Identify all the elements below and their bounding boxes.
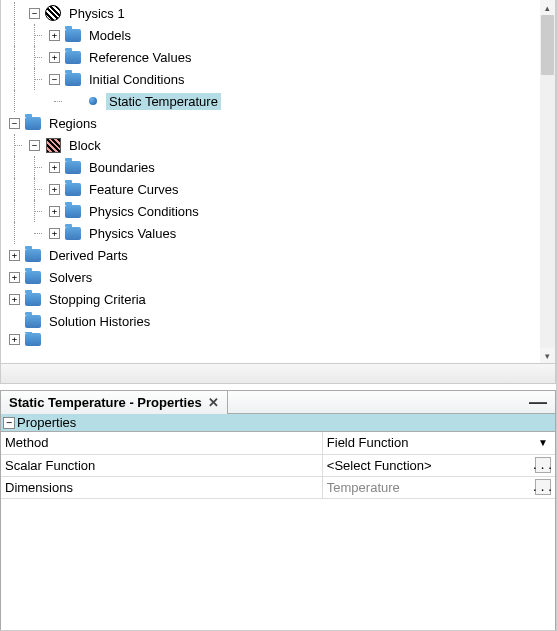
tree-item-static-temperature[interactable]: Static Temperature [5, 90, 555, 112]
tree-label: Stopping Criteria [46, 291, 149, 308]
collapse-toggle-icon[interactable]: − [3, 417, 15, 429]
folder-icon [24, 332, 42, 346]
properties-tab[interactable]: Static Temperature - Properties ✕ [1, 391, 228, 414]
tree-item-physics-conditions[interactable]: + Physics Conditions [5, 200, 555, 222]
properties-empty-area [1, 499, 555, 632]
vertical-scrollbar[interactable]: ▴ ▾ [540, 0, 555, 363]
expand-none [9, 316, 20, 327]
tree-label: Physics Values [86, 225, 179, 242]
tree-item-models[interactable]: + Models [5, 24, 555, 46]
tree-label: Solution Histories [46, 313, 153, 330]
tree-item-cutoff[interactable]: + [5, 332, 555, 346]
tree-label: Boundaries [86, 159, 158, 176]
folder-icon [24, 268, 42, 286]
minimize-button[interactable]: — [525, 397, 551, 407]
tree-item-block[interactable]: − Block [5, 134, 555, 156]
bullet-icon [84, 92, 102, 110]
properties-tabbar: Static Temperature - Properties ✕ — [1, 391, 555, 414]
tree-item-physics1[interactable]: − Physics 1 [5, 2, 555, 24]
folder-icon [24, 114, 42, 132]
tree-item-physics-values[interactable]: + Physics Values [5, 222, 555, 244]
scroll-up-icon[interactable]: ▴ [540, 0, 555, 15]
expand-toggle-icon[interactable]: − [49, 74, 60, 85]
property-row-method: Method Field Function ▼ [1, 432, 555, 454]
dimensions-picker[interactable]: Temperature ... [327, 479, 551, 495]
expand-toggle-icon[interactable]: + [49, 228, 60, 239]
folder-icon [64, 180, 82, 198]
folder-icon [64, 26, 82, 44]
tree-label: Initial Conditions [86, 71, 187, 88]
folder-icon [64, 224, 82, 242]
property-value: <Select Function> [327, 458, 432, 473]
ellipsis-button[interactable]: ... [535, 479, 551, 495]
tab-title: Static Temperature - Properties [9, 395, 202, 410]
folder-icon [24, 312, 42, 330]
scalar-function-picker[interactable]: <Select Function> ... [327, 457, 551, 473]
tree-label: Block [66, 137, 104, 154]
close-icon[interactable]: ✕ [206, 395, 221, 410]
tree-label: Derived Parts [46, 247, 131, 264]
tree-item-reference-values[interactable]: + Reference Values [5, 46, 555, 68]
folder-icon [64, 48, 82, 66]
expand-toggle-icon[interactable]: − [29, 140, 40, 151]
expand-toggle-icon[interactable]: + [49, 206, 60, 217]
hatch-square-icon [44, 136, 62, 154]
tree-item-regions[interactable]: − Regions [5, 112, 555, 134]
tree-item-stopping-criteria[interactable]: + Stopping Criteria [5, 288, 555, 310]
expand-toggle-icon[interactable]: + [9, 294, 20, 305]
tree-label: Models [86, 27, 134, 44]
folder-icon [64, 202, 82, 220]
expand-toggle-icon[interactable]: + [49, 184, 60, 195]
scroll-thumb[interactable] [541, 15, 554, 75]
hatch-circle-icon [44, 4, 62, 22]
tree-item-solution-histories[interactable]: Solution Histories [5, 310, 555, 332]
expand-toggle-icon[interactable]: + [49, 30, 60, 41]
folder-icon [24, 290, 42, 308]
folder-icon [64, 70, 82, 88]
group-title: Properties [17, 415, 76, 430]
property-name: Scalar Function [1, 454, 322, 476]
tree-label: Physics Conditions [86, 203, 202, 220]
property-value: Temperature [327, 480, 400, 495]
tree-label-selected: Static Temperature [106, 93, 221, 110]
tree-panel: − Physics 1 + Models + Reference Values [0, 0, 556, 384]
expand-toggle-icon[interactable]: + [9, 272, 20, 283]
properties-table: Method Field Function ▼ Scalar Function … [1, 432, 555, 499]
folder-icon [24, 246, 42, 264]
simulation-tree: − Physics 1 + Models + Reference Values [1, 0, 555, 346]
property-row-scalar-function: Scalar Function <Select Function> ... [1, 454, 555, 476]
tree-label: Solvers [46, 269, 95, 286]
tree-item-solvers[interactable]: + Solvers [5, 266, 555, 288]
ellipsis-button[interactable]: ... [535, 457, 551, 473]
tree-item-derived-parts[interactable]: + Derived Parts [5, 244, 555, 266]
tree-item-feature-curves[interactable]: + Feature Curves [5, 178, 555, 200]
expand-toggle-icon[interactable]: + [49, 52, 60, 63]
tree-label: Reference Values [86, 49, 194, 66]
tree-label: Physics 1 [66, 5, 128, 22]
property-row-dimensions: Dimensions Temperature ... [1, 476, 555, 498]
property-name: Method [1, 432, 322, 454]
chevron-down-icon[interactable]: ▼ [535, 437, 551, 448]
expand-toggle-icon[interactable]: + [9, 334, 20, 345]
expand-toggle-icon[interactable]: − [9, 118, 20, 129]
tree-item-initial-conditions[interactable]: − Initial Conditions [5, 68, 555, 90]
method-dropdown[interactable]: Field Function ▼ [327, 435, 551, 450]
expand-none [69, 96, 80, 107]
tree-footer-bar [1, 363, 555, 383]
expand-toggle-icon[interactable]: + [49, 162, 60, 173]
folder-icon [64, 158, 82, 176]
tree-label: Feature Curves [86, 181, 182, 198]
scroll-down-icon[interactable]: ▾ [540, 348, 555, 363]
properties-group-header[interactable]: − Properties [1, 414, 555, 432]
expand-toggle-icon[interactable]: − [29, 8, 40, 19]
tree-label: Regions [46, 115, 100, 132]
tree-item-boundaries[interactable]: + Boundaries [5, 156, 555, 178]
property-name: Dimensions [1, 476, 322, 498]
expand-toggle-icon[interactable]: + [9, 250, 20, 261]
properties-panel: Static Temperature - Properties ✕ — − Pr… [0, 390, 556, 631]
property-value: Field Function [327, 435, 409, 450]
